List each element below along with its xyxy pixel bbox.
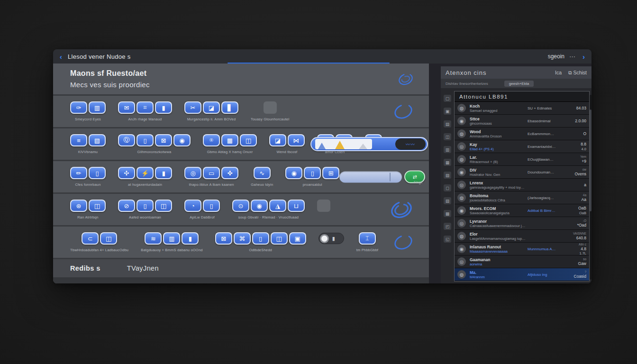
attention-list-row[interactable]: ◎Lnrenxgamravaguagagaylilty + mod loygua… — [455, 179, 589, 191]
key-button[interactable]: ▯ — [304, 167, 321, 179]
toggle-knob[interactable] — [320, 234, 329, 243]
key-button[interactable]: ⌶ — [359, 232, 376, 245]
panel-action-2[interactable]: ⧉ Schist — [568, 70, 587, 76]
key-button[interactable]: ▯ — [136, 134, 154, 146]
attention-list-row[interactable]: ◎LyvranorCalnaacasfuawenermmadovour jaso… — [455, 217, 589, 230]
key-button[interactable]: ⌘ — [234, 232, 251, 245]
strip-tool-icon[interactable]: ▩ — [444, 210, 451, 217]
key-button[interactable]: ◫ — [271, 232, 288, 245]
key-button[interactable]: ▭ — [203, 167, 220, 179]
media-slider-knob[interactable]: 〰〰 — [395, 138, 426, 150]
footer-label-right[interactable]: TVayJnen — [127, 264, 159, 272]
menu-label[interactable]: sgeoin — [548, 53, 564, 60]
attention-list-row[interactable]: ◉DIVHostrator Nov. GenDoundoumanoagoaaam… — [455, 166, 589, 179]
key-button[interactable]: ▮ — [155, 101, 172, 114]
key-button[interactable]: ◮ — [269, 200, 286, 212]
scrollbar-thumb[interactable] — [590, 109, 592, 211]
strip-tool-icon[interactable]: ◫ — [444, 133, 451, 140]
key-button[interactable]: ▦ — [221, 134, 238, 146]
attention-list-row[interactable]: ◉Mvors. ECOMSawaoiaiolicanaigalgaziaAdit… — [455, 204, 589, 217]
key-button[interactable]: ✏ — [70, 167, 87, 179]
attention-list-row[interactable]: ◎GaamananaorwinasoGaw — [455, 255, 589, 268]
key-button[interactable]: Ⓠ — [118, 134, 135, 146]
key-button[interactable]: ⊞ — [322, 167, 339, 179]
key-button[interactable]: ≡ — [70, 134, 87, 146]
row-subtitle[interactable]: aorwina — [470, 262, 526, 266]
strip-tool-icon[interactable]: ▣ — [444, 108, 451, 115]
key-button[interactable]: ⊔ — [288, 200, 305, 212]
row-detail[interactable]: Munnnumua AGRM — [526, 247, 558, 251]
key-button[interactable]: ✉ — [118, 101, 135, 114]
key-button[interactable]: ∿ — [254, 167, 271, 179]
key-button[interactable]: ◫ — [155, 200, 172, 212]
key-button[interactable]: ◫ — [240, 134, 257, 146]
attention-list-row[interactable]: ◎KayEllad 4+ (PS 4)Examaniazidxiga8.84.0 — [455, 140, 589, 153]
key-button[interactable]: ⚡ — [136, 167, 154, 179]
row-subtitle[interactable]: Ellad 4+ (PS 4) — [470, 147, 526, 151]
key-button[interactable]: ▯ — [136, 200, 154, 212]
attention-list-row[interactable]: ◉Inlanaus RanoutMaaaasmavwvwvaaaaaMunnnu… — [455, 243, 589, 255]
attention-list-row[interactable]: ◍KochSamuel smaggedSU + Edinates84.03 — [455, 102, 589, 115]
subheader-button[interactable]: geesh+Ekta — [504, 81, 534, 87]
key-button[interactable]: ▯ — [252, 232, 269, 245]
key-button[interactable]: ▯ — [89, 167, 106, 179]
key-button[interactable]: ≋ — [145, 232, 162, 245]
key-button[interactable]: ⊙ — [232, 200, 249, 212]
key-button[interactable]: ◉ — [173, 134, 191, 146]
key-button[interactable]: ⍟ — [203, 134, 220, 146]
key-button[interactable]: ▧ — [89, 134, 106, 146]
key-button[interactable]: ✜ — [221, 167, 238, 179]
key-button[interactable]: ▥ — [163, 232, 180, 245]
media-slider[interactable]: 〰〰 — [310, 137, 428, 151]
progress-bar[interactable] — [339, 171, 402, 182]
key-button[interactable]: ✣ — [118, 167, 135, 179]
attention-list-row[interactable]: ◍ElorLasgeMAmmamamougiamag iup Jbilinas.… — [455, 230, 589, 243]
row-subtitle[interactable]: M4rannm — [470, 275, 526, 279]
strip-tool-icon[interactable]: ▦ — [444, 159, 451, 166]
key-button[interactable]: ◫ — [100, 232, 117, 245]
strip-tool-icon[interactable]: ▨ — [444, 197, 451, 204]
key-button[interactable]: ▮ — [182, 232, 199, 245]
key-button[interactable]: ▯ — [203, 200, 220, 212]
toggle-switch[interactable]: ▮ — [318, 233, 344, 244]
key-button[interactable]: ◉ — [285, 167, 302, 179]
key-button[interactable]: ⊛ — [70, 200, 87, 212]
strip-tool-icon[interactable]: ▤ — [444, 120, 451, 127]
strip-tool-icon[interactable]: ▧ — [444, 172, 451, 179]
key-button[interactable]: ⊘ — [118, 200, 135, 212]
key-button[interactable]: ▥ — [89, 101, 106, 114]
key-button[interactable]: ⊂ — [82, 232, 99, 245]
strip-tool-icon[interactable]: ◱ — [444, 236, 451, 243]
key-button[interactable]: ◉ — [251, 200, 268, 212]
key-button[interactable]: ◪ — [203, 101, 220, 114]
forward-icon[interactable]: › — [582, 53, 585, 61]
scrollbar[interactable] — [590, 95, 592, 280]
key-button[interactable]: ⊠ — [155, 134, 172, 146]
key-button[interactable]: ✑ — [70, 101, 87, 114]
strip-tool-icon[interactable]: ▥ — [444, 146, 451, 153]
key-button[interactable]: ◫ — [89, 200, 106, 212]
row-detail[interactable]: Afjiduso ing — [526, 273, 558, 277]
key-button[interactable]: ⋈ — [288, 134, 305, 146]
key-button[interactable]: ▮ — [155, 167, 172, 179]
key-button[interactable]: ✂ — [184, 101, 201, 114]
attention-list-row[interactable]: ◉SttcegincormosaasEbasedmimal2.0.00 — [455, 115, 589, 127]
strip-tool-icon[interactable]: ▢ — [444, 95, 451, 102]
attention-list-row[interactable]: ◍Lar.Ritracernout + (B)EOuqijilawanBamob… — [455, 153, 589, 166]
key-button[interactable]: ⌗ — [136, 101, 154, 114]
key-button[interactable]: ◔ — [184, 200, 201, 212]
row-detail[interactable]: Aditbal B Bimrow (OilB? — [526, 209, 558, 213]
strip-tool-icon[interactable]: ◰ — [444, 223, 451, 230]
key-button[interactable]: ◎ — [184, 167, 201, 179]
attention-list-row[interactable]: ◍WoodAmmavalitta DrosonEcBammmonoonacy F… — [455, 127, 589, 140]
more-options-icon[interactable]: ⋯ — [569, 53, 576, 60]
attention-list-row[interactable]: ◍Bouitomajouwoubilatioiocs Cifra(Jarlsoa… — [455, 191, 589, 204]
row-subtitle[interactable]: Maaaasmavwvwvaaaaa — [470, 249, 526, 254]
key-button[interactable]: ⊠ — [215, 232, 232, 245]
strip-tool-icon[interactable]: ◻ — [444, 184, 451, 191]
key-button[interactable]: ▋ — [221, 101, 238, 114]
panel-action-1[interactable]: Ica — [555, 70, 562, 75]
back-icon[interactable]: ‹ — [60, 53, 62, 61]
key-button[interactable]: ▣ — [289, 232, 306, 245]
key-button[interactable]: ◪ — [269, 134, 286, 146]
